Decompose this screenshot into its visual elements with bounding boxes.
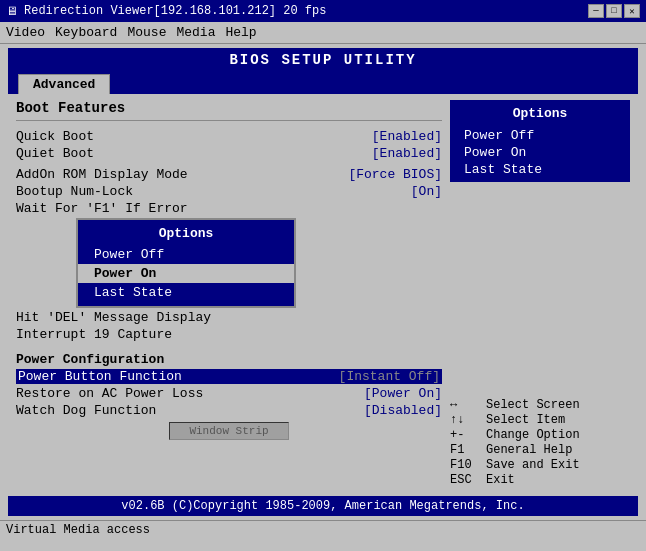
shortcut-change-option: +- Change Option (450, 428, 630, 442)
dropdown-item-power-off[interactable]: Power Off (78, 245, 294, 264)
value-addon-rom: [Force BIOS] (348, 167, 442, 182)
row-wait-f1: Wait For 'F1' If Error (16, 201, 442, 216)
label-bootup-numlock: Bootup Num-Lock (16, 184, 133, 199)
label-interrupt19: Interrupt 19 Capture (16, 327, 172, 342)
bios-header: BIOS SETUP UTILITY (8, 48, 638, 72)
dropdown-item-last-state[interactable]: Last State (78, 283, 294, 302)
bios-container: BIOS SETUP UTILITY Advanced Boot Feature… (0, 44, 646, 520)
shortcuts-box: ↔ Select Screen ↑↓ Select Item +- Change… (450, 398, 630, 488)
shortcut-desc-exit: Exit (486, 473, 515, 487)
row-quick-boot: Quick Boot [Enabled] (16, 129, 442, 144)
value-quick-boot: [Enabled] (372, 129, 442, 144)
label-quiet-boot: Quiet Boot (16, 146, 94, 161)
minimize-button[interactable]: ─ (588, 4, 604, 18)
dropdown-title: Options (78, 224, 294, 243)
row-bootup-numlock: Bootup Num-Lock [On] (16, 184, 442, 199)
row-power-button[interactable]: Power Button Function [Instant Off] (16, 369, 442, 384)
label-wait-f1: Wait For 'F1' If Error (16, 201, 188, 216)
menu-mouse[interactable]: Mouse (127, 25, 166, 40)
menu-media[interactable]: Media (176, 25, 215, 40)
title-bar-left: 🖥 Redirection Viewer[192.168.101.212] 20… (6, 4, 326, 19)
row-hit-del: Hit 'DEL' Message Display (16, 310, 442, 325)
dropdown-popup: Options Power Off Power On Last State (76, 218, 296, 308)
shortcut-key-esc: ESC (450, 473, 480, 487)
shortcut-desc-select-item: Select Item (486, 413, 565, 427)
bios-footer: v02.6B (C)Copyright 1985-2009, American … (8, 496, 638, 516)
shortcut-exit: ESC Exit (450, 473, 630, 487)
shortcut-desc-save-exit: Save and Exit (486, 458, 580, 472)
option-power-off: Power Off (460, 127, 620, 144)
label-power-button: Power Button Function (18, 369, 182, 384)
row-watchdog: Watch Dog Function [Disabled] (16, 403, 442, 418)
maximize-button[interactable]: □ (606, 4, 622, 18)
title-bar-text: Redirection Viewer[192.168.101.212] 20 f… (24, 4, 326, 18)
left-panel: Boot Features Quick Boot [Enabled] Quiet… (16, 100, 442, 488)
window-strip: Window Strip (169, 422, 289, 440)
title-bar: 🖥 Redirection Viewer[192.168.101.212] 20… (0, 0, 646, 22)
shortcut-select-item: ↑↓ Select Item (450, 413, 630, 427)
shortcut-desc-select-screen: Select Screen (486, 398, 580, 412)
section-title-boot-features: Boot Features (16, 100, 442, 116)
title-bar-controls: ─ □ ✕ (588, 4, 640, 18)
label-addon-rom: AddOn ROM Display Mode (16, 167, 188, 182)
right-panel: Options Power Off Power On Last State ↔ … (450, 100, 630, 488)
shortcut-key-f10: F10 (450, 458, 480, 472)
shortcut-select-screen: ↔ Select Screen (450, 398, 630, 412)
divider (16, 120, 442, 121)
tab-advanced[interactable]: Advanced (18, 74, 110, 94)
options-title: Options (460, 104, 620, 123)
bios-body: Boot Features Quick Boot [Enabled] Quiet… (8, 94, 638, 494)
row-addon-rom: AddOn ROM Display Mode [Force BIOS] (16, 167, 442, 182)
shortcut-key-arrows: ↔ (450, 398, 480, 412)
value-restore-ac: [Power On] (364, 386, 442, 401)
bios-nav: Advanced (8, 72, 638, 94)
shortcut-key-plusminus: +- (450, 428, 480, 442)
value-power-button: [Instant Off] (339, 369, 440, 384)
row-restore-ac: Restore on AC Power Loss [Power On] (16, 386, 442, 401)
shortcut-key-updown: ↑↓ (450, 413, 480, 427)
menu-keyboard[interactable]: Keyboard (55, 25, 117, 40)
shortcut-key-f1: F1 (450, 443, 480, 457)
menu-video[interactable]: Video (6, 25, 45, 40)
label-watchdog: Watch Dog Function (16, 403, 156, 418)
close-button[interactable]: ✕ (624, 4, 640, 18)
shortcut-desc-change-option: Change Option (486, 428, 580, 442)
status-bar: Virtual Media access (0, 520, 646, 540)
row-interrupt19: Interrupt 19 Capture (16, 327, 442, 342)
shortcut-general-help: F1 General Help (450, 443, 630, 457)
menu-bar: Video Keyboard Mouse Media Help (0, 22, 646, 44)
options-box: Options Power Off Power On Last State (450, 100, 630, 182)
shortcut-save-exit: F10 Save and Exit (450, 458, 630, 472)
option-last-state: Last State (460, 161, 620, 178)
app-icon: 🖥 (6, 4, 18, 19)
shortcut-desc-general-help: General Help (486, 443, 572, 457)
row-quiet-boot: Quiet Boot [Enabled] (16, 146, 442, 161)
section-title-power-config: Power Configuration (16, 352, 442, 367)
value-watchdog: [Disabled] (364, 403, 442, 418)
label-quick-boot: Quick Boot (16, 129, 94, 144)
menu-help[interactable]: Help (225, 25, 256, 40)
option-power-on: Power On (460, 144, 620, 161)
value-quiet-boot: [Enabled] (372, 146, 442, 161)
dropdown-item-power-on[interactable]: Power On (78, 264, 294, 283)
label-hit-del: Hit 'DEL' Message Display (16, 310, 211, 325)
value-bootup-numlock: [On] (411, 184, 442, 199)
label-restore-ac: Restore on AC Power Loss (16, 386, 203, 401)
